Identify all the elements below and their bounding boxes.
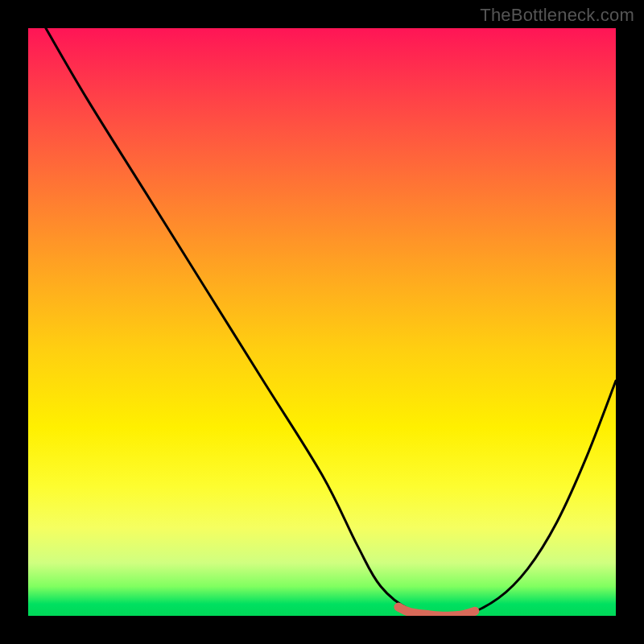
- optimal-range-marker: [398, 607, 475, 616]
- plot-area: [28, 28, 616, 616]
- chart-container: TheBottleneck.com: [0, 0, 644, 644]
- chart-svg: [28, 28, 616, 616]
- watermark-text: TheBottleneck.com: [480, 5, 634, 26]
- bottleneck-curve: [46, 28, 616, 616]
